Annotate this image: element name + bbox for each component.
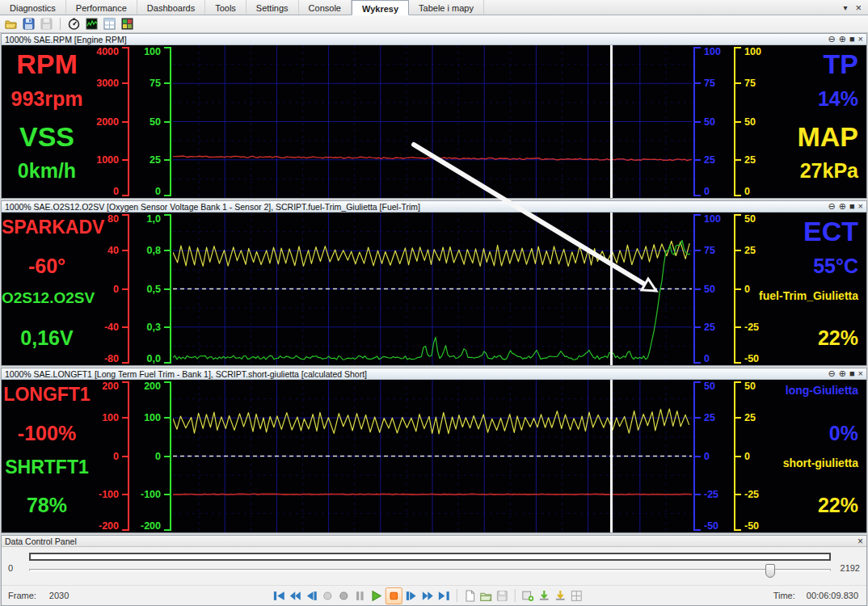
maximize-icon[interactable]: ■	[849, 202, 855, 211]
oscilloscope-plot[interactable]	[173, 213, 692, 365]
step-forward-button[interactable]	[405, 589, 419, 603]
step-back-button[interactable]	[305, 589, 318, 603]
stop-button-active[interactable]	[386, 587, 402, 604]
chart-plot-area-o2[interactable]: SPARKADV-60°O2S12.O2SV0,16VECT55°Cfuel-T…	[2, 213, 866, 365]
left-signal-labels: RPM993rpmVSS0km/h	[2, 45, 92, 198]
frame-cursor-line[interactable]	[610, 213, 613, 365]
oscilloscope-plot[interactable]	[173, 380, 692, 532]
tab-console[interactable]: Console	[299, 0, 352, 15]
right-axis-1: 1007550250	[693, 213, 732, 365]
graph-view-icon[interactable]	[85, 17, 99, 31]
right-axis-2: 50250-25-50	[734, 380, 773, 532]
zoom-in-icon[interactable]: ⊕	[839, 369, 846, 378]
skip-to-end-button[interactable]	[437, 589, 451, 603]
data-range-bar[interactable]	[29, 553, 831, 561]
axis-tick-label: -25	[704, 490, 718, 500]
data-control-close-icon[interactable]: ×	[857, 536, 863, 547]
axis-tick-label: 200	[144, 381, 161, 392]
tab-dashboards[interactable]: Dashboards	[137, 0, 205, 15]
transport-separator	[515, 589, 516, 602]
axis-tick-label: 2000	[96, 116, 119, 127]
save-log-button[interactable]	[495, 589, 509, 603]
zoom-out-icon[interactable]: ⊖	[828, 369, 835, 378]
close-icon[interactable]: ×	[858, 202, 863, 211]
axis-tick-label: 25	[704, 322, 715, 333]
axis-tick-label: 80	[107, 214, 119, 225]
zoom-out-icon[interactable]: ⊖	[828, 202, 835, 211]
tab-overflow-dropdown-icon[interactable]: ▾	[843, 3, 847, 12]
signal-name-label: O2S12.O2SV	[2, 290, 92, 306]
panel-title-bar[interactable]: 1000% SAE.LONGFT1 [Long Term Fuel Trim -…	[2, 368, 866, 380]
signal-value-label: 55°C	[813, 255, 858, 276]
axis-tick-label: -25	[744, 322, 759, 333]
record-inactive-icon[interactable]	[321, 589, 335, 603]
right-signal-labels: long-Giulietta0%short-giulietta22%	[771, 380, 866, 532]
fast-forward-button[interactable]	[421, 589, 435, 603]
maximize-icon[interactable]: ■	[849, 369, 855, 378]
maximize-icon[interactable]: ■	[849, 35, 855, 44]
pause-button[interactable]	[353, 589, 367, 603]
panel-title-bar[interactable]: 1000% SAE.O2S12.O2SV [Oxygen Sensor Volt…	[2, 201, 866, 213]
tab-wykresy[interactable]: Wykresy	[352, 0, 409, 15]
axis-tick-label: 50	[704, 381, 715, 392]
panel-title-bar[interactable]: 1000% SAE.RPM [Engine RPM] ⊖⊕■×	[2, 34, 866, 45]
gauge-icon[interactable]	[67, 17, 81, 31]
save-icon[interactable]	[22, 17, 36, 31]
tab-tools[interactable]: Tools	[205, 0, 246, 15]
frame-slider-track[interactable]	[29, 569, 831, 571]
open-folder-icon[interactable]	[4, 17, 18, 31]
open-log-button[interactable]	[479, 589, 493, 603]
data-control-panel-header[interactable]: Data Control Panel ×	[2, 536, 866, 547]
chart-plot-area-trim[interactable]: LONGFT1-100%SHRTFT178%long-Giulietta0%sh…	[2, 380, 866, 532]
close-icon[interactable]: ×	[858, 35, 863, 44]
tab-settings[interactable]: Settings	[246, 0, 299, 15]
axis-tick-label: 0	[155, 451, 161, 461]
oscilloscope-plot[interactable]	[173, 45, 692, 198]
frame-cursor-line[interactable]	[610, 45, 613, 198]
fast-rewind-button[interactable]	[289, 589, 302, 603]
axis-tick-label: -200	[141, 521, 161, 532]
axis-tick-label: 0,0	[147, 354, 161, 364]
signal-name-label: short-giulietta	[783, 457, 858, 469]
tabbar-close-icon[interactable]: ×	[855, 2, 862, 14]
range-max-label: 2192	[841, 563, 860, 573]
right-signal-labels: ECT55°Cfuel-Trim_Giulietta22%	[771, 213, 866, 365]
import-green-button[interactable]	[537, 589, 551, 603]
new-file-button[interactable]	[463, 589, 477, 603]
axis-tick-label: -200	[99, 521, 119, 532]
panel-title: 1000% SAE.RPM [Engine RPM]	[5, 35, 127, 44]
axis-tick-label: 25	[744, 155, 756, 166]
toolbar-separator	[60, 18, 61, 30]
chart-plot-area-rpm[interactable]: RPM993rpmVSS0km/hTP14%MAP27kPa4000300020…	[2, 45, 866, 198]
import-yellow-button[interactable]	[554, 589, 567, 603]
zoom-in-icon[interactable]: ⊕	[839, 202, 846, 211]
axis-tick-label: 50	[704, 116, 715, 127]
axis-tick-label: 40	[107, 246, 119, 256]
tab-tabele-i-mapy[interactable]: Tabele i mapy	[409, 0, 484, 15]
signal-name-label: LONGFT1	[2, 385, 92, 404]
axis-tick-label: -25	[744, 490, 759, 500]
axis-tick-label: 0	[113, 187, 119, 197]
table-view-icon[interactable]	[103, 17, 116, 31]
main-toolbar	[0, 15, 868, 33]
signal-value-label: 0%	[829, 423, 858, 444]
skip-to-start-button[interactable]	[272, 589, 286, 603]
record-button[interactable]	[337, 589, 351, 603]
add-export-button[interactable]	[521, 589, 535, 603]
map-view-icon[interactable]	[120, 17, 134, 31]
tab-performance[interactable]: Performance	[66, 0, 137, 15]
zoom-in-icon[interactable]: ⊕	[839, 35, 846, 44]
tab-diagnostics[interactable]: Diagnostics	[0, 0, 66, 15]
axis-tick-label: 100	[102, 413, 119, 423]
zoom-out-icon[interactable]: ⊖	[828, 35, 835, 44]
axis-tick-label: -80	[104, 354, 119, 364]
axis-tick-label: 0	[704, 187, 710, 197]
frame-cursor-line[interactable]	[610, 380, 613, 532]
frame-slider-thumb[interactable]	[765, 564, 775, 578]
axis-tick-label: 25	[150, 155, 161, 166]
grid-view-button[interactable]	[570, 589, 584, 603]
close-icon[interactable]: ×	[858, 369, 863, 378]
data-control-panel: Data Control Panel × 0 2192 Frame: 2030	[1, 535, 867, 606]
play-button[interactable]	[369, 589, 383, 603]
axis-tick-label: 0	[113, 284, 119, 294]
